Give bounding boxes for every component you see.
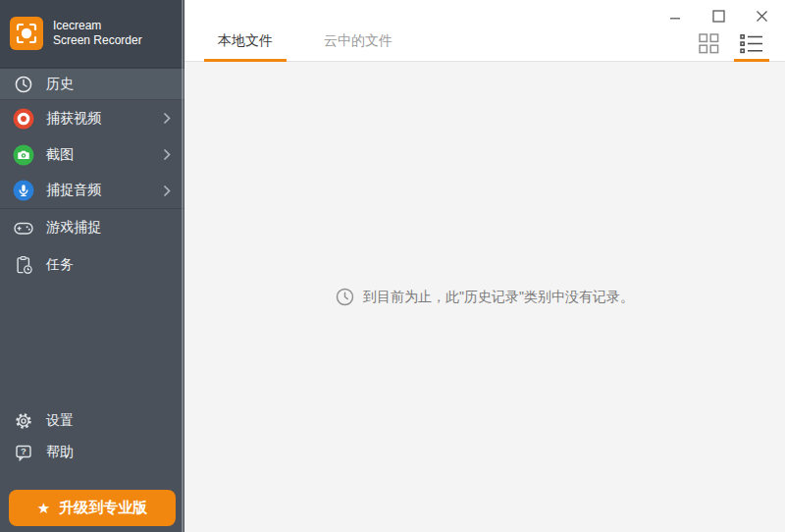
- topbar: 本地文件 云中的文件: [184, 0, 785, 62]
- chevron-right-icon: [163, 148, 171, 161]
- help-icon: ?: [12, 441, 35, 464]
- sidebar-item-game-capture[interactable]: 游戏捕捉: [0, 209, 184, 246]
- clock-icon: [336, 288, 354, 306]
- sidebar-item-tasks[interactable]: 任务: [0, 246, 184, 284]
- app-title: Icecream Screen Recorder: [53, 19, 142, 48]
- gear-icon: [12, 409, 35, 433]
- maximize-button[interactable]: [697, 2, 740, 29]
- sidebar-item-capture-audio[interactable]: 捕捉音频: [0, 173, 184, 209]
- sidebar-spacer: [0, 284, 184, 405]
- sidebar-item-capture-video[interactable]: 捕获视频: [0, 100, 184, 136]
- svg-text:?: ?: [21, 446, 26, 456]
- tab-local-files[interactable]: 本地文件: [204, 32, 287, 62]
- app-title-line2: Screen Recorder: [53, 33, 142, 48]
- microphone-icon: [12, 179, 35, 202]
- chevron-right-icon: [163, 112, 171, 125]
- sidebar-item-label: 捕获视频: [46, 110, 101, 128]
- app-logo-header: Icecream Screen Recorder: [0, 0, 184, 67]
- window-controls: [654, 2, 783, 29]
- app-title-line1: Icecream: [53, 19, 142, 33]
- sidebar-item-help[interactable]: ? 帮助: [0, 437, 184, 468]
- gamepad-icon: [12, 216, 35, 239]
- list-view-button[interactable]: [734, 33, 769, 62]
- content-area: 到目前为止，此"历史记录"类别中没有记录。: [184, 62, 785, 532]
- sidebar-item-label: 捕捉音频: [46, 182, 101, 199]
- view-toggles: [691, 33, 769, 62]
- tab-cloud-files[interactable]: 云中的文件: [310, 32, 406, 62]
- camera-icon: [12, 143, 35, 167]
- grid-view-icon: [699, 33, 719, 54]
- sidebar-item-label: 游戏捕捉: [46, 219, 101, 237]
- upgrade-button-container: ★ 升级到专业版: [0, 468, 184, 532]
- close-icon: [756, 10, 768, 23]
- upgrade-to-pro-button[interactable]: ★ 升级到专业版: [9, 490, 176, 526]
- record-icon: [12, 107, 35, 131]
- sidebar-item-history[interactable]: 历史: [0, 67, 184, 100]
- app-window: Icecream Screen Recorder 历史 捕获视频: [0, 0, 785, 532]
- sidebar-item-label: 帮助: [46, 444, 74, 461]
- sidebar: Icecream Screen Recorder 历史 捕获视频: [0, 0, 184, 532]
- tasks-icon: [12, 253, 35, 277]
- sidebar-item-label: 设置: [46, 412, 74, 430]
- sidebar-item-settings[interactable]: 设置: [0, 405, 184, 437]
- close-button[interactable]: [740, 2, 783, 29]
- app-logo-icon: [10, 17, 43, 50]
- sidebar-item-label: 历史: [46, 76, 74, 93]
- clock-icon: [12, 73, 35, 96]
- list-view-icon: [740, 33, 763, 54]
- chevron-right-icon: [163, 185, 171, 197]
- grid-view-button[interactable]: [691, 33, 726, 62]
- minimize-button[interactable]: [654, 2, 697, 29]
- sidebar-item-screenshot[interactable]: 截图: [0, 136, 184, 173]
- sidebar-item-label: 截图: [46, 146, 74, 164]
- maximize-icon: [712, 10, 725, 23]
- star-icon: ★: [37, 501, 50, 515]
- upgrade-button-label: 升级到专业版: [59, 499, 147, 517]
- empty-state: 到目前为止，此"历史记录"类别中没有记录。: [336, 288, 634, 306]
- empty-state-message: 到目前为止，此"历史记录"类别中没有记录。: [363, 289, 634, 306]
- minimize-icon: [669, 10, 681, 22]
- sidebar-item-label: 任务: [46, 256, 74, 274]
- file-tabs: 本地文件 云中的文件: [204, 32, 406, 62]
